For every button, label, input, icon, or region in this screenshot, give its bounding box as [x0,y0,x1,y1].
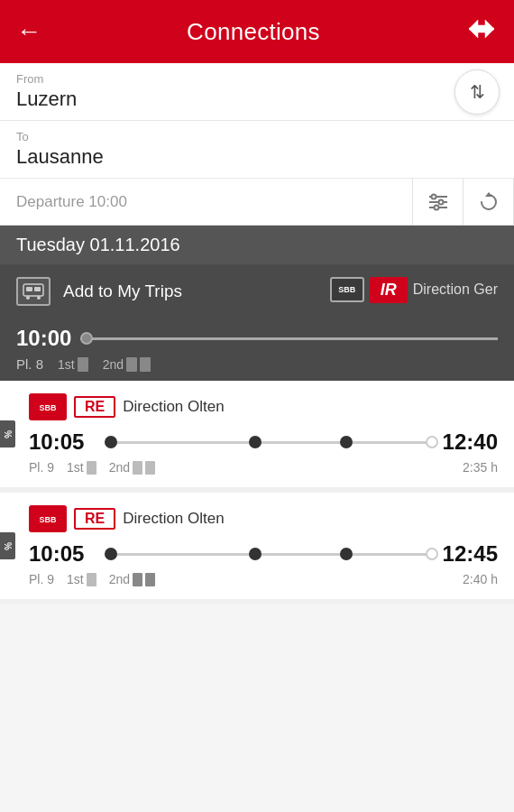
dep-time-2: 10:05 [29,541,101,567]
prog-dot-mid-2 [249,548,262,560]
overlay-class2: 2nd [103,356,151,372]
connection-card-1[interactable]: % SBB RE Direction Olten 10:05 12:40 Pl.… [0,381,514,493]
cls-box1-2 [87,573,96,586]
svg-point-7 [438,199,443,204]
svg-point-6 [431,194,436,198]
overlay-dep-time: 10:00 [16,326,71,351]
overlay-platform: Pl. 8 [16,356,43,372]
cls-box2a-1 [133,461,142,475]
svg-text:SBB: SBB [39,515,57,524]
card-header-1: SBB RE Direction Olten [29,393,498,420]
train-type-1: RE [74,396,115,418]
cls-box2a-2 [133,573,142,586]
class2-box [126,357,137,372]
overlay-time-line [80,337,498,340]
details-row-2: Pl. 9 1st 2nd 2:40 h [29,572,498,586]
cls-box1-1 [87,461,96,475]
from-value: Luzern [16,88,442,111]
overlay-content: Add to My Trips SBB IR Direction Ger [0,264,514,318]
refresh-button[interactable] [464,179,514,226]
class1-info-2: 1st [67,572,96,586]
to-field[interactable]: To Lausanne [0,121,514,179]
overlay-time-row: 10:00 [16,326,498,351]
duration-2: 2:40 h [463,572,498,586]
svg-point-14 [37,296,41,300]
sbb-text-overlay: SBB [338,285,355,294]
svg-point-8 [434,205,438,209]
overlay-train-info: SBB IR Direction Ger [314,277,514,307]
from-label: From [16,72,442,86]
date-header: Tuesday 01.11.2016 [0,226,514,264]
connections-list: % SBB RE Direction Olten 10:05 12:40 Pl.… [0,381,514,604]
filter-button[interactable] [413,179,464,226]
platform-2: Pl. 9 [29,572,54,586]
arr-time-1: 12:40 [443,429,498,455]
card-header-2: SBB RE Direction Olten [29,505,498,532]
class2-box2 [140,357,151,372]
direction-1: Direction Olten [123,398,224,416]
train-type-2: RE [74,508,115,530]
class1-info-1: 1st [67,460,96,475]
prog-dot-end-2 [426,548,438,560]
prog-dot-mid-1 [249,436,262,448]
time-section-1: 10:05 12:40 [29,429,498,455]
details-row-1: Pl. 9 1st 2nd 2:35 h [29,460,498,475]
add-trips-row[interactable]: Add to My Trips [0,264,198,318]
cls-box2b-2 [145,573,155,586]
departure-icons [412,179,514,226]
duration-1: 2:35 h [463,460,498,475]
prog-dot-end-1 [426,436,438,448]
sbb-icon-2: SBB [29,505,67,532]
prog-dot-start-2 [105,548,117,560]
overlay-platform-row: Pl. 8 1st 2nd [16,356,498,372]
sbb-icon-1: SBB [29,393,67,420]
svg-rect-12 [34,287,41,291]
to-label: To [16,130,442,143]
add-trips-label: Add to My Trips [63,281,182,301]
sbb-badge-overlay: SBB [330,277,364,302]
percent-tag-2: % [0,532,15,559]
overlay-time-section: 10:00 Pl. 8 1st 2nd [0,318,514,381]
cls-box2b-1 [145,461,155,475]
ir-badge: IR [370,277,408,303]
svg-text:SBB: SBB [39,403,57,412]
overlay-class1: 1st [58,356,88,372]
dep-time-1: 10:05 [29,429,101,455]
percent-tag-1: % [0,420,15,448]
sbb-header-icon[interactable] [465,16,498,48]
overlay-panel: Add to My Trips SBB IR Direction Ger 10:… [0,264,514,381]
connection-card-2[interactable]: % SBB RE Direction Olten 10:05 12:45 Pl.… [0,493,514,604]
swap-button[interactable]: ⇅ [454,69,500,115]
class2-info-2: 2nd [109,572,155,586]
platform-1: Pl. 9 [29,460,54,475]
class1-box [78,357,88,372]
time-dot-start [80,332,93,345]
overlay-direction: Direction Ger [413,281,498,298]
departure-text[interactable]: Departure 10:00 [0,193,412,211]
form-area: From Luzern ⇅ To Lausanne [0,63,514,179]
departure-row: Departure 10:00 [0,179,514,226]
svg-point-13 [26,296,30,300]
back-button[interactable]: ← [16,17,41,46]
progress-line-2 [105,553,432,556]
direction-2: Direction Olten [123,510,224,528]
progress-line-1 [105,441,432,444]
prog-dot-mid2-2 [340,548,353,560]
overlay-train-badge: SBB IR Direction Ger [330,277,498,303]
header: ← Connections [0,0,514,63]
time-section-2: 10:05 12:45 [29,541,498,567]
train-icon-overlay [16,277,50,306]
class2-info-1: 2nd [109,460,155,475]
prog-dot-mid2-1 [340,436,353,448]
header-title: Connections [187,18,320,46]
prog-dot-start-1 [105,436,117,448]
svg-rect-11 [26,287,32,291]
from-field[interactable]: From Luzern ⇅ [0,63,514,121]
to-value: Lausanne [16,145,442,169]
arr-time-2: 12:45 [443,541,498,567]
